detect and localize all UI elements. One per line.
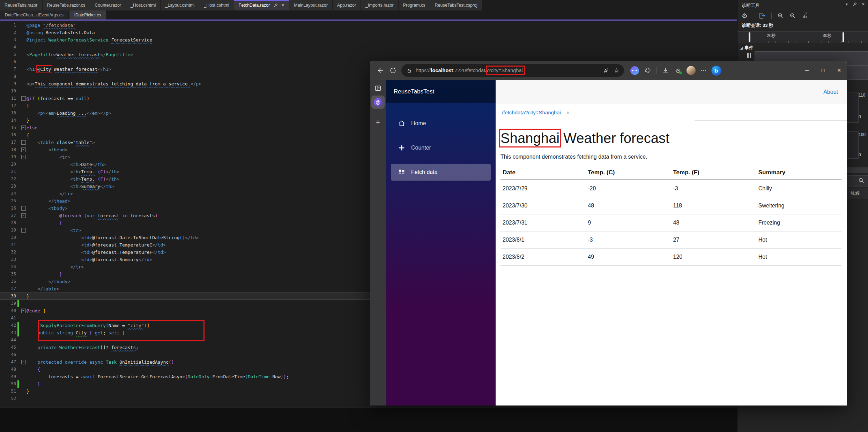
diag-settings-gear-icon[interactable]: ⚙ bbox=[742, 12, 748, 20]
line-number: 30 bbox=[0, 234, 16, 241]
fold-collapse-icon[interactable]: − bbox=[21, 96, 26, 101]
vs-tab--host-cshtml[interactable]: _Host.cshtml bbox=[199, 0, 233, 10]
lock-icon[interactable] bbox=[406, 68, 412, 74]
vs-tab-fetchdata-razor[interactable]: FetchData.razor✕ bbox=[234, 0, 289, 10]
line-number: 19 bbox=[0, 153, 16, 161]
fold-collapse-icon[interactable]: − bbox=[21, 213, 26, 218]
gutter-space bbox=[17, 212, 20, 219]
panel-pin-icon[interactable] bbox=[852, 2, 857, 7]
gutter-space bbox=[17, 51, 20, 58]
read-aloud-icon[interactable]: A) bbox=[604, 68, 608, 74]
code-line-3[interactable]: 3@inject WeatherForecastService Forecast… bbox=[0, 36, 737, 44]
reuse-tab-fetchdata[interactable]: /fetchdata?city=Shanghai × bbox=[496, 104, 576, 121]
line-number: 29 bbox=[0, 227, 16, 234]
puzzle-extensions-icon[interactable] bbox=[644, 67, 652, 74]
fold-collapse-icon[interactable]: − bbox=[21, 155, 26, 159]
panel-dropdown-icon[interactable]: ▾ bbox=[846, 2, 848, 7]
diag-zoom-out-icon[interactable] bbox=[789, 12, 796, 19]
more-dots-icon[interactable]: ⋯ bbox=[700, 67, 706, 74]
minimize-button[interactable]: ─ bbox=[799, 61, 815, 80]
line-number: 24 bbox=[0, 190, 16, 197]
sidebar-item-home[interactable]: Home bbox=[391, 115, 491, 132]
vs-tab-reusetabs-razor-cs[interactable]: ReuseTabs.razor.cs bbox=[43, 0, 90, 10]
vs-tab--host-cshtml[interactable]: _Host.cshtml bbox=[126, 0, 160, 10]
gutter-space bbox=[17, 373, 20, 380]
new-tab-button[interactable]: + bbox=[376, 119, 380, 126]
back-arrow-icon[interactable] bbox=[374, 64, 387, 77]
line-number: 17 bbox=[0, 139, 16, 146]
gutter-space bbox=[17, 314, 20, 322]
line-number: 16 bbox=[0, 131, 16, 139]
code-line-2[interactable]: 2@using ReuseTabsTest.Data bbox=[0, 29, 737, 36]
vs-tab-counter-razor[interactable]: Counter.razor bbox=[90, 0, 126, 10]
line-number: 2 bbox=[0, 29, 16, 36]
vs-tab-mainlayout-razor[interactable]: MainLayout.razor bbox=[289, 0, 332, 10]
line-number: 27 bbox=[0, 212, 16, 219]
vs-bottom-panel bbox=[0, 408, 737, 432]
gutter-space bbox=[17, 161, 20, 168]
fold-collapse-icon[interactable]: − bbox=[21, 140, 26, 145]
vs-tab-reusetabs-razor[interactable]: ReuseTabs.razor bbox=[0, 0, 42, 10]
sidebar-item-fetch-data[interactable]: Fetch data bbox=[391, 164, 491, 181]
code-line-5[interactable]: 5<PageTitle>Weather forecast</PageTitle> bbox=[0, 51, 737, 58]
vs-tab--layout-cshtml[interactable]: _Layout.cshtml bbox=[161, 0, 199, 10]
vs-tab-reusetabstest-csproj[interactable]: ReuseTabsTest.csproj bbox=[430, 0, 482, 10]
fold-collapse-icon[interactable]: − bbox=[21, 126, 26, 130]
address-bar[interactable]: https://localhost:7220/fetchdata?city=Sh… bbox=[401, 64, 624, 77]
extension-orb-icon[interactable]: ● ● bbox=[630, 66, 639, 75]
browser-essentials-icon[interactable] bbox=[674, 67, 682, 74]
line-number: 39 bbox=[0, 300, 16, 307]
tab-list-icon[interactable] bbox=[374, 84, 382, 92]
diagnostic-timeline-ruler[interactable]: 20秒 30秒 bbox=[737, 31, 868, 43]
favorite-star-icon[interactable]: ☆ bbox=[614, 67, 619, 74]
line-number: 1 bbox=[0, 22, 16, 29]
fold-collapse-icon[interactable]: − bbox=[21, 147, 26, 152]
events-section-header[interactable]: ◢事件 bbox=[740, 45, 754, 51]
fold-collapse-icon[interactable]: − bbox=[21, 228, 26, 233]
close-button[interactable]: ✕ bbox=[831, 61, 847, 80]
app-brand[interactable]: ReuseTabsTest bbox=[386, 80, 496, 103]
gutter-space bbox=[17, 263, 20, 271]
gutter-space bbox=[17, 351, 20, 358]
timeline-handle-right[interactable] bbox=[843, 32, 844, 42]
panel-close-icon[interactable]: ✕ bbox=[862, 2, 865, 7]
table-row: 2023/8/249120Hot bbox=[500, 249, 841, 266]
gutter-space bbox=[17, 29, 20, 36]
line-number: 23 bbox=[0, 183, 16, 190]
fold-collapse-icon[interactable]: − bbox=[21, 309, 26, 313]
vs-tab-app-razor[interactable]: App.razor bbox=[333, 0, 361, 10]
close-tab-icon[interactable]: ✕ bbox=[281, 3, 284, 8]
sidebar-item-counter[interactable]: Counter bbox=[391, 139, 491, 156]
vs-tab-idatepicker-cs[interactable]: IDatePicker.cs bbox=[69, 10, 106, 20]
tab-close-icon[interactable]: × bbox=[566, 109, 570, 115]
edge-browser-window: https://localhost:7220/fetchdata?city=Sh… bbox=[370, 61, 847, 406]
table-row: 2023/8/1-327Hot bbox=[500, 232, 841, 249]
table-header: Temp. (F) bbox=[671, 166, 756, 180]
vs-document-tabbar: ReuseTabs.razorReuseTabs.razor.csCounter… bbox=[0, 0, 737, 10]
gutter-space bbox=[17, 256, 20, 263]
timeline-handle-left[interactable] bbox=[749, 32, 750, 42]
refresh-icon[interactable] bbox=[387, 64, 399, 77]
line-number: 20 bbox=[0, 161, 16, 168]
diag-export-icon[interactable] bbox=[758, 12, 766, 20]
vs-tab-program-cs[interactable]: Program.cs bbox=[399, 0, 430, 10]
fold-collapse-icon[interactable]: − bbox=[21, 206, 26, 211]
about-link[interactable]: About bbox=[823, 89, 838, 95]
code-line-1[interactable]: 1@page "/fetchdata" bbox=[0, 22, 737, 29]
download-icon[interactable] bbox=[662, 67, 669, 74]
search-icon bbox=[858, 177, 865, 184]
url-text[interactable]: https://localhost:7220/fetchdata?city=Sh… bbox=[416, 68, 523, 73]
code-line-4[interactable]: 4 bbox=[0, 44, 737, 51]
active-browser-tab[interactable]: @ bbox=[371, 96, 385, 109]
bing-icon[interactable]: b bbox=[711, 66, 721, 76]
maximize-button[interactable]: □ bbox=[815, 61, 831, 80]
gutter-space bbox=[17, 227, 20, 234]
vs-tab--imports-razor[interactable]: _Imports.razor bbox=[361, 0, 398, 10]
pin-icon[interactable] bbox=[273, 3, 278, 8]
diag-zoom-in-icon[interactable] bbox=[777, 12, 784, 19]
pause-icon[interactable] bbox=[747, 53, 751, 58]
vs-tab-datetimechan-deventargs-cs[interactable]: DateTimeChan...dEventArgs.cs bbox=[0, 10, 68, 20]
fold-collapse-icon[interactable]: − bbox=[21, 360, 26, 364]
diag-chart-icon[interactable]: ? bbox=[801, 12, 808, 19]
profile-avatar[interactable] bbox=[687, 66, 696, 75]
